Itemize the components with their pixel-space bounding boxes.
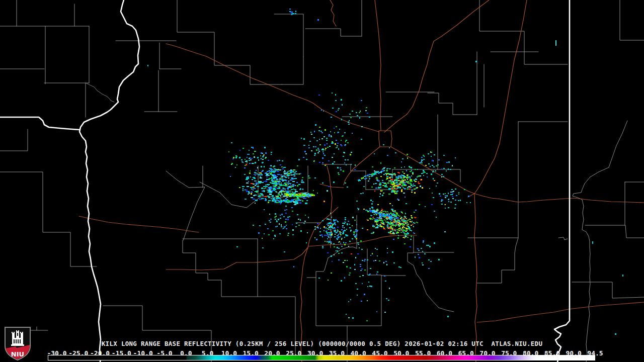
niu-logo: NIU: [4, 327, 32, 361]
map-background: [0, 0, 644, 362]
logo-text: NIU: [11, 350, 24, 358]
reflectivity-colorbar: [48, 355, 595, 360]
radar-map: [0, 0, 644, 362]
radar-display: KILX LONG RANGE BASE REFLECTIVITY (0.25K…: [0, 0, 644, 362]
product-caption: KILX LONG RANGE BASE REFLECTIVITY (0.25K…: [0, 340, 644, 347]
